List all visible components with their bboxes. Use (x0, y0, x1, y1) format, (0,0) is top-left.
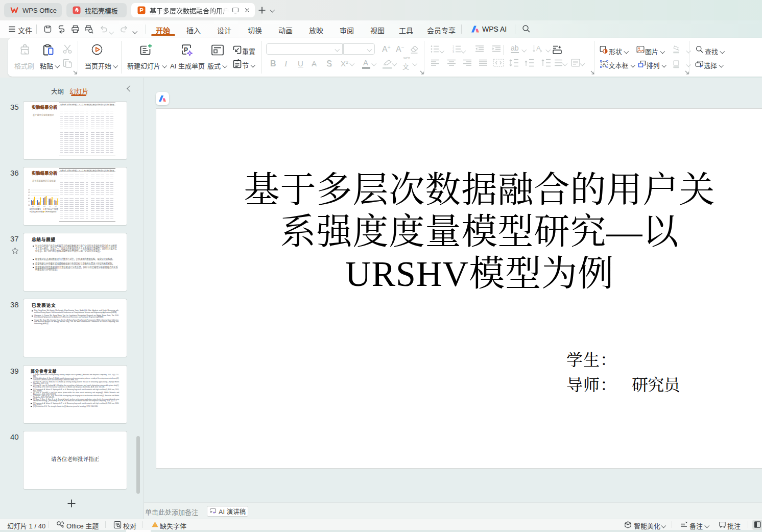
svg-text:w10: w10 (37, 205, 40, 208)
svg-text:0.8: 0.8 (28, 191, 30, 194)
svg-text:d10: d10 (55, 205, 58, 208)
svg-text:P: P (184, 46, 188, 54)
svg-text:A: A (536, 44, 541, 52)
svg-text:0.5: 0.5 (28, 201, 30, 203)
svg-text:3: 3 (453, 51, 454, 53)
svg-text:0.7: 0.7 (28, 195, 30, 197)
svg-text:w12: w12 (43, 205, 46, 208)
svg-text:0.9: 0.9 (28, 189, 30, 191)
svg-text:P: P (139, 7, 144, 13)
svg-text:基于Wifi上下文模型: 基于Wifi上下文模型 (45, 208, 58, 210)
svg-text:URSHV模型验证: URSHV模型验证 (45, 210, 57, 213)
svg-text:d1: d1 (49, 206, 51, 208)
svg-text:w1: w1 (32, 205, 34, 207)
svg-text:A: A (603, 61, 606, 67)
svg-text:基于蓝牙&Wifi模型: 基于蓝牙&Wifi模型 (31, 210, 44, 213)
svg-text:0.0: 0.0 (28, 204, 30, 206)
svg-text:F: F (28, 198, 30, 199)
svg-text:基于XX的算法: 基于XX的算法 (31, 208, 41, 210)
